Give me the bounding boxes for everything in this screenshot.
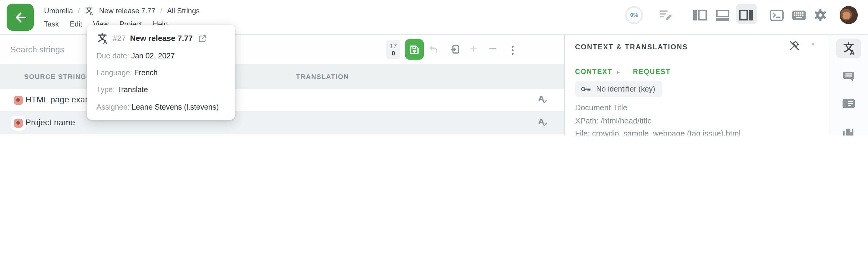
- counter-total: 17: [390, 42, 397, 49]
- minus-icon[interactable]: −: [488, 42, 497, 55]
- identifier-text: No identifier (key): [596, 84, 655, 93]
- caret-down-icon[interactable]: ▾: [811, 40, 815, 48]
- avatar[interactable]: [840, 6, 858, 24]
- layout-left-icon[interactable]: [692, 9, 707, 21]
- task-title: New release 7.77: [130, 34, 193, 43]
- external-link-icon[interactable]: [198, 34, 207, 42]
- context-xpath-line: XPath: /html/head/title: [575, 114, 741, 127]
- undo-icon[interactable]: [429, 45, 438, 54]
- breadcrumb: Umbrella / A New release 7.77 / All Stri…: [44, 5, 199, 17]
- search-bar: 17 0 + −: [0, 35, 564, 64]
- svg-text:A: A: [103, 38, 107, 44]
- status-untranslated-icon: [14, 96, 23, 104]
- console-icon[interactable]: [770, 10, 784, 21]
- translate-icon: A: [96, 32, 108, 44]
- gear-icon[interactable]: [814, 8, 827, 22]
- svg-text:A: A: [849, 49, 855, 56]
- string-row[interactable]: Home A: [0, 134, 564, 135]
- string-counter[interactable]: 17 0: [386, 40, 400, 59]
- counter-done: 0: [392, 49, 395, 57]
- crowdin-editor-window: Umbrella / A New release 7.77 / All Stri…: [0, 0, 868, 135]
- save-icon: [409, 44, 420, 55]
- context-title-line: Document Title: [575, 101, 741, 114]
- status-untranslated-icon: [14, 118, 23, 127]
- task-tooltip-fields: Due date: Jan 02, 2027 Language: French …: [96, 47, 227, 115]
- right-icon-rail: A +: [829, 35, 868, 135]
- glossary-icon[interactable]: [842, 128, 855, 135]
- spellcheck-icon[interactable]: A: [538, 94, 549, 105]
- breadcrumb-section[interactable]: All Strings: [167, 7, 199, 15]
- svg-text:A: A: [90, 11, 93, 16]
- strings-panel: 17 0 + − SOURCE STRING TRANSLATION: [0, 35, 564, 135]
- file-link[interactable]: crowdin_sample_webpage (tag issue).html: [592, 129, 741, 135]
- comment-icon[interactable]: [842, 70, 855, 82]
- column-header: SOURCE STRING TRANSLATION: [0, 64, 564, 89]
- breadcrumb-separator: /: [78, 7, 80, 15]
- context-panel: CONTEXT & TRANSLATIONS ▾ CONTEXT ▸ REQUE…: [564, 35, 829, 135]
- plus-icon[interactable]: +: [469, 42, 478, 55]
- translate-panel-icon[interactable]: A: [842, 41, 856, 56]
- menu-edit[interactable]: Edit: [70, 20, 82, 28]
- layout-bottom-icon[interactable]: [715, 9, 730, 21]
- breadcrumb-project[interactable]: Umbrella: [44, 7, 73, 15]
- string-row[interactable]: HTML page example A: [0, 89, 564, 111]
- task-id: #27: [113, 34, 126, 43]
- edit-translations-icon[interactable]: [659, 9, 673, 21]
- breadcrumb-task[interactable]: New release 7.77: [99, 7, 156, 15]
- tab-request[interactable]: REQUEST: [633, 68, 671, 75]
- tab-context[interactable]: CONTEXT: [575, 68, 613, 75]
- copy-paste-icon[interactable]: [450, 44, 460, 54]
- context-panel-title: CONTEXT & TRANSLATIONS: [575, 43, 688, 50]
- keyboard-icon[interactable]: [792, 10, 806, 21]
- breadcrumb-separator: /: [160, 7, 162, 15]
- progress-percent: 0%: [630, 12, 638, 18]
- pin-off-icon[interactable]: [788, 40, 800, 51]
- back-arrow-icon: [13, 10, 27, 24]
- kebab-menu-icon[interactable]: [509, 43, 516, 58]
- chevron-right-icon: ▸: [617, 68, 620, 75]
- column-source: SOURCE STRING: [24, 73, 87, 80]
- progress-ring[interactable]: 0%: [625, 6, 643, 24]
- card-icon[interactable]: [842, 99, 855, 108]
- layout-right-icon[interactable]: [739, 9, 753, 21]
- context-tabs: CONTEXT ▸ REQUEST: [575, 68, 671, 75]
- context-file-line: File: crowdin_sample_webpage (tag issue)…: [575, 127, 741, 135]
- column-translation: TRANSLATION: [296, 73, 349, 80]
- task-tooltip-header: A #27 New release 7.77: [96, 32, 227, 45]
- back-button[interactable]: [7, 4, 34, 31]
- identifier-badge: No identifier (key): [575, 81, 662, 97]
- translate-icon: A: [85, 6, 94, 16]
- string-row[interactable]: Project name A: [0, 111, 564, 134]
- key-icon: [581, 85, 591, 93]
- save-button[interactable]: [405, 39, 424, 60]
- spellcheck-icon[interactable]: A: [538, 117, 549, 128]
- task-tooltip: A #27 New release 7.77 Due date: Jan 02,…: [87, 24, 235, 120]
- string-list: HTML page example A Project name A Home …: [0, 89, 564, 135]
- menu-task[interactable]: Task: [44, 20, 59, 28]
- context-details: Document Title XPath: /html/head/title F…: [575, 101, 741, 135]
